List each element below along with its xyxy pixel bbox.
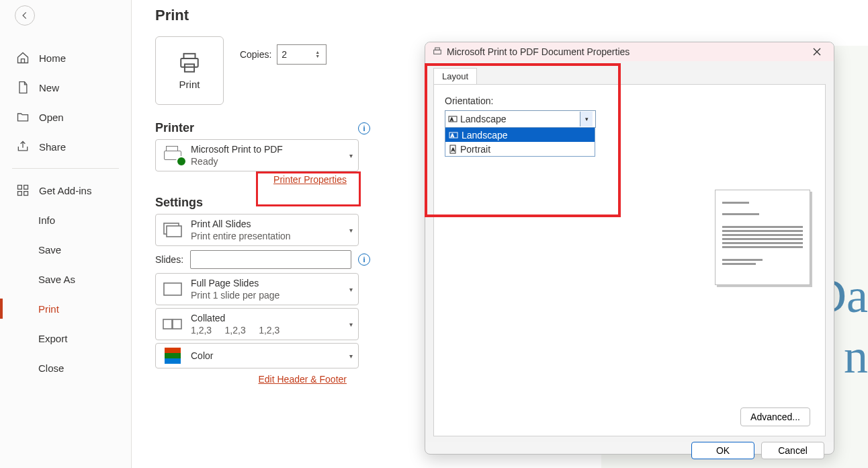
info-icon[interactable]: i bbox=[358, 122, 370, 134]
backstage-nav: Home New Open Share Get Add-ins Info Sav… bbox=[0, 0, 132, 468]
svg-rect-1 bbox=[24, 186, 28, 190]
print-what-selector[interactable]: Print All Slides Print entire presentati… bbox=[155, 214, 359, 246]
tab-layout[interactable]: Layout bbox=[433, 68, 477, 84]
collate-selector[interactable]: Collated 1,2,3 1,2,3 1,2,3 ▾ bbox=[155, 308, 359, 340]
nav-export[interactable]: Export bbox=[0, 323, 131, 353]
svg-rect-13 bbox=[435, 48, 440, 50]
slides-label: Slides: bbox=[155, 254, 183, 265]
svg-text:A: A bbox=[450, 117, 453, 122]
share-icon bbox=[16, 140, 30, 153]
nav-share[interactable]: Share bbox=[0, 132, 131, 161]
nav-home[interactable]: Home bbox=[0, 43, 131, 73]
nav-close[interactable]: Close bbox=[0, 353, 131, 383]
document-properties-dialog: Microsoft Print to PDF Document Properti… bbox=[425, 42, 834, 455]
nav-save[interactable]: Save bbox=[0, 235, 131, 264]
chevron-down-icon: ▾ bbox=[349, 352, 353, 360]
svg-rect-11 bbox=[173, 319, 181, 329]
nav-addins[interactable]: Get Add-ins bbox=[0, 176, 131, 205]
printer-selector[interactable]: Microsoft Print to PDF Ready ▾ bbox=[155, 139, 359, 171]
addins-icon bbox=[16, 184, 30, 197]
nav-print[interactable]: Print bbox=[0, 294, 131, 323]
layout-selector[interactable]: Full Page Slides Print 1 slide per page … bbox=[155, 273, 359, 305]
orientation-option-landscape[interactable]: A Landscape bbox=[445, 128, 595, 142]
nav-open[interactable]: Open bbox=[0, 102, 131, 132]
layout-tab-panel: Orientation: A Landscape ▾ A Landscape A… bbox=[433, 84, 826, 436]
printer-properties-link[interactable]: Printer Properties bbox=[155, 174, 347, 185]
copies-label: Copies: bbox=[240, 49, 271, 60]
close-button[interactable] bbox=[807, 44, 827, 60]
page-title: Print bbox=[155, 7, 370, 24]
svg-rect-4 bbox=[184, 53, 196, 58]
landscape-icon: A bbox=[448, 115, 458, 123]
full-page-icon bbox=[161, 280, 184, 298]
orientation-preview bbox=[715, 190, 810, 285]
color-swatch-icon bbox=[161, 347, 184, 364]
cancel-button[interactable]: Cancel bbox=[761, 442, 824, 459]
landscape-icon: A bbox=[449, 131, 458, 139]
ok-button[interactable]: OK bbox=[691, 442, 754, 459]
svg-rect-9 bbox=[164, 283, 181, 295]
close-icon bbox=[813, 48, 821, 56]
orientation-select[interactable]: A Landscape ▾ bbox=[445, 110, 596, 128]
edit-header-footer-link[interactable]: Edit Header & Footer bbox=[155, 374, 347, 385]
svg-rect-0 bbox=[18, 186, 22, 190]
home-icon bbox=[16, 51, 30, 65]
svg-rect-6 bbox=[185, 64, 194, 71]
nav-info[interactable]: Info bbox=[0, 205, 131, 235]
info-icon[interactable]: i bbox=[358, 254, 370, 266]
svg-rect-5 bbox=[181, 58, 198, 67]
svg-text:A: A bbox=[451, 133, 454, 138]
svg-rect-12 bbox=[434, 50, 441, 54]
dialog-titlebar: Microsoft Print to PDF Document Properti… bbox=[425, 42, 834, 61]
printer-icon bbox=[177, 52, 202, 75]
portrait-icon: A bbox=[449, 145, 457, 154]
collate-icon bbox=[161, 315, 184, 333]
printer-device-icon bbox=[161, 147, 184, 164]
copies-stepper[interactable]: 2 ▲▼ bbox=[277, 44, 327, 65]
orientation-label: Orientation: bbox=[445, 95, 814, 106]
back-button[interactable] bbox=[15, 5, 35, 26]
chevron-down-icon: ▾ bbox=[349, 227, 353, 234]
dialog-footer: OK Cancel bbox=[425, 442, 834, 459]
chevron-down-icon: ▾ bbox=[349, 286, 353, 293]
slides-input[interactable] bbox=[190, 250, 351, 269]
chevron-down-icon: ▾ bbox=[349, 321, 353, 328]
chevron-down-icon: ▾ bbox=[349, 152, 353, 159]
advanced-button[interactable]: Advanced... bbox=[740, 407, 810, 426]
nav-new[interactable]: New bbox=[0, 73, 131, 102]
svg-text:A: A bbox=[451, 147, 455, 152]
svg-rect-10 bbox=[163, 319, 172, 329]
nav-saveas[interactable]: Save As bbox=[0, 264, 131, 294]
chevron-down-icon: ▾ bbox=[580, 112, 593, 126]
svg-rect-8 bbox=[167, 226, 181, 237]
orientation-option-portrait[interactable]: A Portrait bbox=[445, 142, 595, 156]
file-icon bbox=[16, 81, 30, 94]
orientation-options: A Landscape A Portrait bbox=[445, 127, 595, 157]
printer-heading: Printer bbox=[155, 121, 194, 135]
print-button[interactable]: Print bbox=[155, 36, 224, 105]
svg-rect-2 bbox=[18, 192, 22, 196]
slides-stack-icon bbox=[161, 221, 184, 239]
svg-rect-3 bbox=[24, 192, 28, 196]
settings-heading: Settings bbox=[155, 196, 203, 210]
color-selector[interactable]: Color ▾ bbox=[155, 343, 359, 368]
printer-icon bbox=[432, 46, 443, 57]
open-icon bbox=[16, 110, 30, 124]
